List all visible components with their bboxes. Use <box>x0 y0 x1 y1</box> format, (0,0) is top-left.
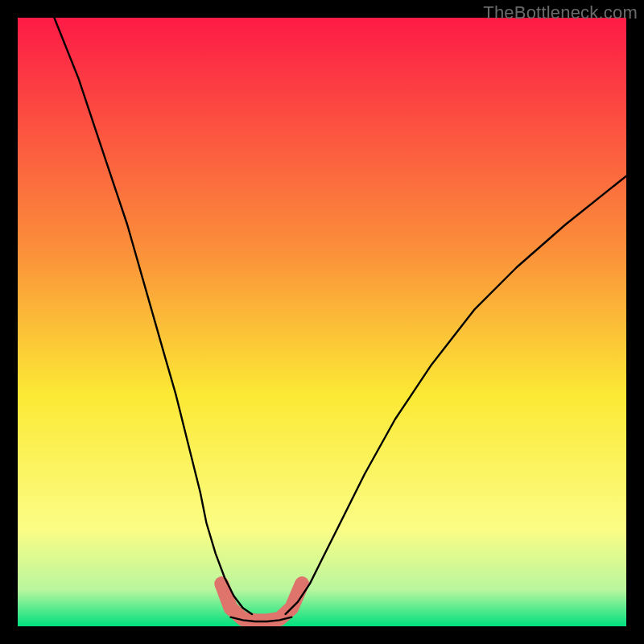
watermark-text: TheBottleneck.com <box>483 2 638 23</box>
gradient-background <box>18 18 626 626</box>
plot-area <box>18 18 626 626</box>
chart-frame: TheBottleneck.com <box>0 0 644 644</box>
bottleneck-chart <box>18 18 626 626</box>
